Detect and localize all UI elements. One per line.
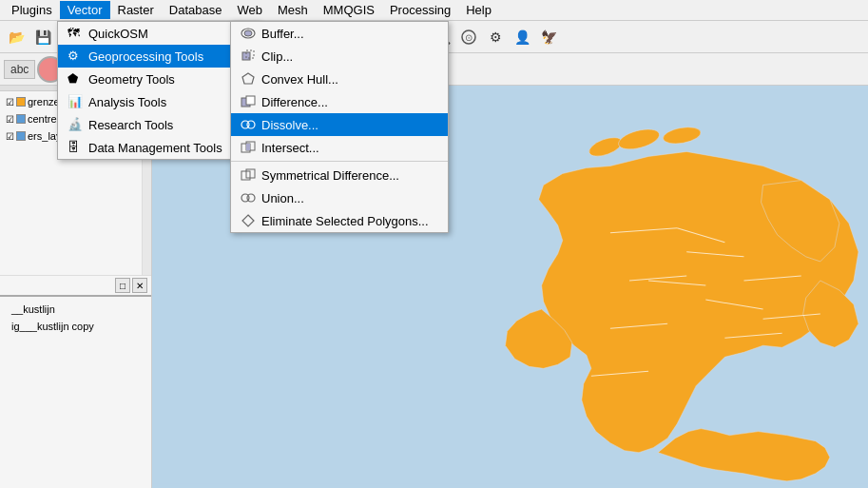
svg-marker-33 xyxy=(242,215,254,226)
vector-menu: 🗺 QuickOSM ▶ ⚙ Geoprocessing Tools ▶ ⬟ G… xyxy=(57,21,260,160)
menu-intersect[interactable]: Intersect... xyxy=(231,136,448,159)
menu-union[interactable]: Union... xyxy=(231,186,448,209)
symdiff-icon xyxy=(241,167,256,183)
eliminate-icon xyxy=(241,213,256,228)
menubar-web[interactable]: Web xyxy=(229,1,270,19)
menu-dissolve[interactable]: Dissolve... xyxy=(231,113,448,136)
svg-rect-23 xyxy=(246,96,255,105)
toolbar-bird[interactable]: 🦅 xyxy=(536,25,561,49)
menu-research[interactable]: 🔬 Research Tools ▶ xyxy=(58,113,259,136)
menubar-mesh[interactable]: Mesh xyxy=(270,1,316,19)
menu-analysis[interactable]: 📊 Analysis Tools ▶ xyxy=(58,90,259,113)
convexhull-icon xyxy=(241,71,256,87)
dissolve-icon xyxy=(241,117,256,132)
menu-geometry[interactable]: ⬟ Geometry Tools ▶ xyxy=(58,68,259,90)
layer-color-3 xyxy=(16,131,26,141)
layer-label-4: __kustlijn xyxy=(11,303,55,315)
menu-eliminate[interactable]: Eliminate Selected Polygons... xyxy=(231,209,448,232)
panel-close[interactable]: ✕ xyxy=(132,278,147,293)
layer-color-1 xyxy=(16,97,26,107)
menubar-help[interactable]: Help xyxy=(458,1,499,19)
quickosm-icon: 🗺 xyxy=(68,26,83,41)
layer-item-4[interactable]: __kustlijn xyxy=(6,301,145,318)
panel-controls: □ ✕ xyxy=(0,275,151,295)
layer-color-2 xyxy=(16,114,26,124)
union-icon xyxy=(241,190,256,205)
svg-point-18 xyxy=(244,30,252,36)
menu-geoprocessing[interactable]: ⚙ Geoprocessing Tools ▶ xyxy=(58,45,259,68)
svg-marker-21 xyxy=(242,73,254,84)
bottom-layer-panel: __kustlijn ig___kustlijn copy xyxy=(0,295,151,488)
menu-convexhull[interactable]: Convex Hull... xyxy=(231,68,448,90)
geoprocessing-menu: Buffer... Clip... Convex Hull... xyxy=(230,21,449,233)
toolbar-open-project[interactable]: 📂 xyxy=(4,25,29,49)
difference-icon xyxy=(241,94,256,109)
abc-label: abc xyxy=(4,60,35,79)
menubar-vector[interactable]: Vector xyxy=(60,1,110,19)
panel-minimize[interactable]: □ xyxy=(115,278,130,293)
menu-quickosm[interactable]: 🗺 QuickOSM ▶ xyxy=(58,22,259,45)
menubar-processing[interactable]: Processing xyxy=(382,1,458,19)
buffer-icon xyxy=(241,26,256,41)
svg-point-32 xyxy=(247,194,255,202)
analysis-icon: 📊 xyxy=(68,94,83,109)
datamanagement-icon: 🗄 xyxy=(68,140,83,155)
menubar-database[interactable]: Database xyxy=(162,1,230,19)
menubar: Plugins Vector Raster Database Web Mesh … xyxy=(0,0,868,21)
menu-datamanagement[interactable]: 🗄 Data Management Tools ▶ xyxy=(58,136,259,159)
layer-label-5: ig___kustlijn copy xyxy=(11,321,94,332)
layer-item-5[interactable]: ig___kustlijn copy xyxy=(6,318,145,335)
menu-difference[interactable]: Difference... xyxy=(231,90,448,113)
menu-symdiff[interactable]: Symmetrical Difference... xyxy=(231,164,448,186)
intersect-icon xyxy=(241,140,256,155)
svg-point-25 xyxy=(247,121,255,128)
menu-sep1 xyxy=(231,161,448,162)
research-icon: 🔬 xyxy=(68,117,83,132)
menubar-raster[interactable]: Raster xyxy=(110,1,162,19)
menubar-plugins[interactable]: Plugins xyxy=(4,1,60,19)
clip-icon xyxy=(241,49,256,64)
menu-buffer[interactable]: Buffer... xyxy=(231,22,448,45)
toolbar-map-tips[interactable]: ⊙ xyxy=(456,25,481,49)
svg-rect-28 xyxy=(246,144,250,150)
geometry-icon: ⬟ xyxy=(68,71,83,87)
toolbar-settings[interactable]: ⚙ xyxy=(483,25,508,49)
svg-text:⊙: ⊙ xyxy=(465,32,473,43)
toolbar-save[interactable]: 💾 xyxy=(30,25,55,49)
toolbar-person[interactable]: 👤 xyxy=(510,25,534,49)
menubar-mmqgis[interactable]: MMQGIS xyxy=(316,1,382,19)
geoprocessing-icon: ⚙ xyxy=(68,49,83,64)
menu-clip[interactable]: Clip... xyxy=(231,45,448,68)
